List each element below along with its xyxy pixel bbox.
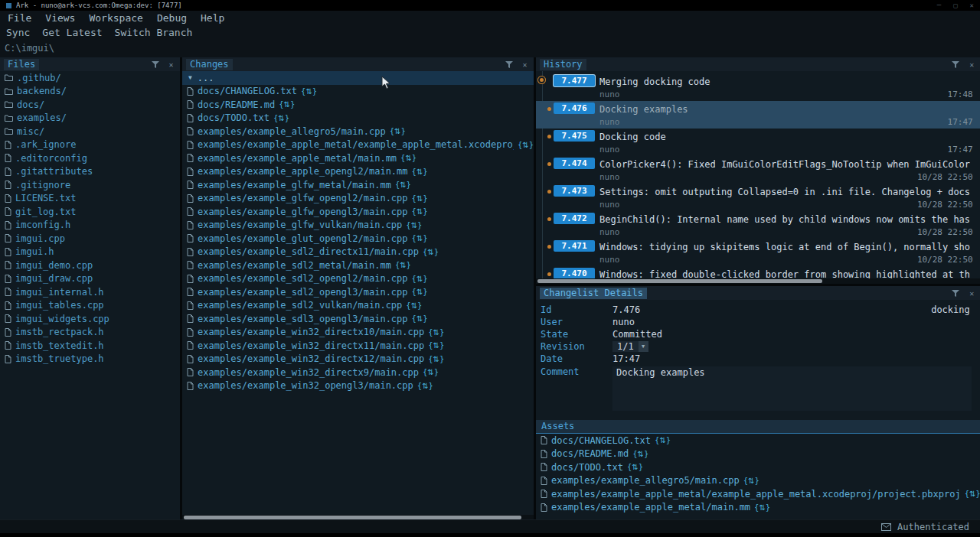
changeset-badge[interactable]: 7.471 [554, 240, 595, 252]
history-hscrollbar[interactable] [536, 278, 980, 284]
changeset-badge[interactable]: 7.473 [554, 185, 595, 197]
window-controls: ─ ▢ ✕ [937, 2, 974, 9]
file-tree-item[interactable]: imstb_truetype.h [0, 353, 180, 366]
changed-file-row[interactable]: docs/TODO.txt {⇅} [182, 112, 534, 125]
close-panel-icon[interactable]: ✕ [520, 60, 530, 70]
toolbar-button[interactable]: Get Latest [42, 27, 102, 38]
file-tree-item[interactable]: docs/ [0, 98, 180, 112]
menu-item[interactable]: Help [201, 12, 224, 24]
changed-file-row[interactable]: docs/README.md {⇅} [182, 98, 534, 112]
field-date: Date 17:47 [536, 353, 980, 365]
file-tree-item[interactable]: imconfig.h [0, 219, 180, 233]
field-comment-label: Comment [541, 366, 612, 377]
expand-arrow-icon[interactable]: ▼ [188, 74, 192, 81]
changed-file-row[interactable]: examples/example_win32_directx12/main.cp… [182, 353, 534, 366]
chevron-down-icon[interactable]: ▼ [639, 341, 648, 352]
close-icon[interactable]: ✕ [970, 2, 974, 9]
history-commit-row[interactable]: 7.473 Settings: omit outputing Collapsed… [536, 184, 980, 211]
asset-row[interactable]: docs/TODO.txt {⇅} [536, 461, 980, 474]
changed-file-row[interactable]: examples/example_apple_metal/main.mm {⇅} [182, 151, 534, 165]
history-commit-row[interactable]: 7.471 Windows: tidying up skipitems logi… [536, 239, 980, 266]
changed-file-row[interactable]: examples/example_glfw_opengl2/main.cpp {… [182, 192, 534, 206]
history-commit-row[interactable]: 7.477 Merging docking code nuno 17:48 [536, 73, 980, 101]
changed-file-row[interactable]: examples/example_apple_opengl2/main.mm {… [182, 165, 534, 179]
changed-file-row[interactable]: examples/example_glfw_metal/main.mm {⇅} [182, 178, 534, 192]
changed-file-row[interactable]: examples/example_glut_opengl2/main.cpp {… [182, 232, 534, 246]
changes-root-row[interactable]: ▼ ... [182, 71, 534, 85]
maximize-icon[interactable]: ▢ [953, 2, 957, 9]
toolbar-button[interactable]: Switch Branch [115, 27, 193, 38]
filter-icon[interactable] [150, 60, 160, 70]
asset-row[interactable]: docs/CHANGELOG.txt {⇅} [536, 434, 980, 447]
changed-file-row[interactable]: examples/example_apple_metal/example_app… [182, 138, 534, 152]
changed-file-row[interactable]: examples/example_sdl2_opengl3/main.cpp {… [182, 285, 534, 299]
changed-file-row[interactable]: examples/example_sdl2_metal/main.mm {⇅} [182, 259, 534, 272]
changed-file-row[interactable]: examples/example_sdl2_opengl2/main.cpp {… [182, 272, 534, 286]
history-commit-row[interactable]: 7.472 BeginChild(): Internal name used b… [536, 211, 980, 239]
file-tree-item[interactable]: git_log.txt [0, 205, 180, 219]
file-tree-item[interactable]: imstb_textedit.h [0, 339, 180, 353]
changeset-badge[interactable]: 7.470 [554, 268, 595, 278]
file-tree-item[interactable]: backends/ [0, 85, 180, 99]
scrollbar-thumb[interactable] [537, 279, 822, 283]
asset-row[interactable]: docs/README.md {⇅} [536, 447, 980, 461]
history-commit-row[interactable]: 7.470 Windows: fixed double-clicked bord… [536, 266, 980, 278]
close-panel-icon[interactable]: ✕ [166, 60, 176, 70]
commit-time: 17:47 [948, 144, 980, 155]
menu-item[interactable]: Views [45, 12, 75, 24]
asset-row[interactable]: examples/example_apple_metal/main.mm {⇅} [536, 501, 980, 515]
history-commit-row[interactable]: 7.476 Docking examples nuno 17:47 [536, 101, 980, 129]
changed-file-row[interactable]: examples/example_sdl2_directx11/main.cpp… [182, 246, 534, 259]
file-tree-item[interactable]: imgui_draw.cpp [0, 272, 180, 286]
changeset-badge[interactable]: 7.474 [554, 158, 595, 169]
changed-file-row[interactable]: examples/example_win32_opengl3/main.cpp … [182, 379, 534, 393]
file-tree-item[interactable]: .ark_ignore [0, 138, 180, 152]
changed-file-row[interactable]: examples/example_allegro5/main.cpp {⇅} [182, 125, 534, 138]
field-comment: Comment Docking examples [536, 366, 980, 411]
filter-icon[interactable] [951, 288, 961, 298]
file-tree-item[interactable]: .gitignore [0, 178, 180, 192]
close-panel-icon[interactable]: ✕ [967, 60, 977, 70]
changed-file-row[interactable]: examples/example_win32_directx11/main.cp… [182, 339, 534, 353]
file-tree-item[interactable]: imgui_widgets.cpp [0, 312, 180, 326]
changeset-badge[interactable]: 7.472 [554, 213, 595, 224]
asset-row[interactable]: examples/example_apple_metal/example_app… [536, 487, 980, 501]
file-tree-item[interactable]: .editorconfig [0, 151, 180, 165]
changed-file-row[interactable]: examples/example_win32_directx9/main.cpp… [182, 366, 534, 379]
history-commit-row[interactable]: 7.475 Docking code nuno 17:47 [536, 129, 980, 156]
changed-file-row[interactable]: examples/example_sdl2_vulkan/main.cpp {⇅… [182, 299, 534, 313]
asset-row[interactable]: examples/example_allegro5/main.cpp {⇅} [536, 474, 980, 488]
menu-item[interactable]: Workspace [89, 12, 142, 24]
file-tree-item[interactable]: imgui.cpp [0, 232, 180, 246]
history-commit-row[interactable]: 7.474 ColorPicker4(): Fixed ImGuiColorEd… [536, 156, 980, 184]
minimize-icon[interactable]: ─ [937, 2, 941, 9]
file-tree-item[interactable]: imgui_internal.h [0, 285, 180, 299]
file-tree-item[interactable]: imgui_tables.cpp [0, 299, 180, 313]
menu-item[interactable]: Debug [157, 12, 187, 24]
comment-text[interactable]: Docking examples [612, 366, 972, 411]
menu-item[interactable]: File [8, 12, 31, 24]
file-tree-item[interactable]: imgui.h [0, 246, 180, 259]
changed-file-row[interactable]: examples/example_glfw_vulkan/main.cpp {⇅… [182, 219, 534, 233]
close-panel-icon[interactable]: ✕ [967, 288, 977, 298]
changeset-badge[interactable]: 7.476 [554, 103, 595, 114]
file-tree-item[interactable]: LICENSE.txt [0, 192, 180, 206]
changed-file-row[interactable]: examples/example_sdl3_opengl3/main.cpp {… [182, 312, 534, 326]
filter-icon[interactable] [951, 60, 961, 70]
changed-file-row[interactable]: docs/CHANGELOG.txt {⇅} [182, 85, 534, 99]
changeset-badge[interactable]: 7.475 [554, 130, 595, 142]
file-icon [187, 154, 194, 162]
filter-icon[interactable] [504, 60, 514, 70]
changeset-badge[interactable]: 7.477 [554, 75, 595, 86]
file-tree-item[interactable]: .github/ [0, 71, 180, 85]
file-tree-item[interactable]: .gitattributes [0, 165, 180, 179]
file-tree-item[interactable]: imstb_rectpack.h [0, 326, 180, 340]
file-icon [187, 100, 194, 109]
changed-file-row[interactable]: examples/example_win32_directx10/main.cp… [182, 326, 534, 340]
changed-file-row[interactable]: examples/example_glfw_opengl3/main.cpp {… [182, 205, 534, 219]
file-tree-item[interactable]: misc/ [0, 125, 180, 138]
file-tree-item[interactable]: examples/ [0, 112, 180, 125]
revision-select[interactable]: 1/1 ▼ [612, 341, 648, 352]
file-tree-item[interactable]: imgui_demo.cpp [0, 259, 180, 272]
toolbar-button[interactable]: Sync [6, 27, 30, 38]
